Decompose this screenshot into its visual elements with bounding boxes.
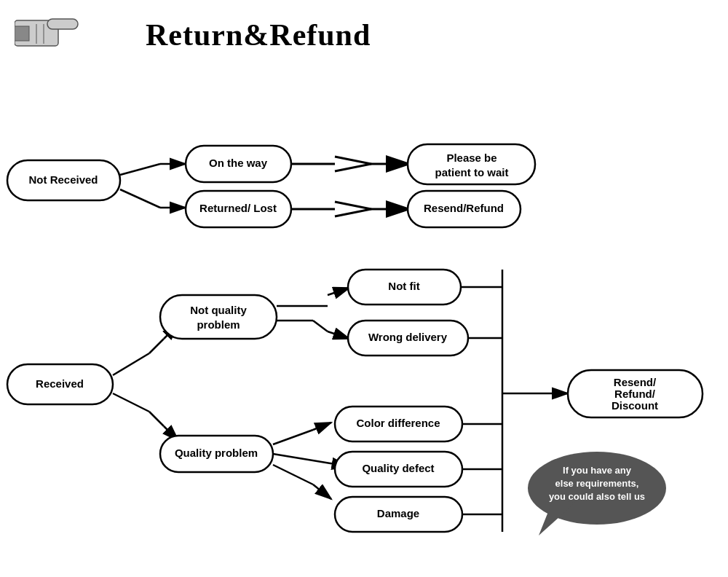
resend-refund-discount-label: Resend/ <box>614 376 657 388</box>
received-label: Received <box>36 377 84 390</box>
not-received-label: Not Received <box>28 173 98 186</box>
svg-line-27 <box>149 339 164 353</box>
svg-line-40 <box>328 331 349 339</box>
not-fit-label: Not fit <box>388 280 419 292</box>
diagram: Not Received On the way Returned/ Lost P… <box>0 80 728 577</box>
svg-text:Discount: Discount <box>612 399 658 412</box>
svg-line-16 <box>335 164 371 171</box>
svg-rect-2 <box>47 19 78 29</box>
please-wait-label: Please be <box>446 152 496 164</box>
header: Return&Refund <box>0 0 728 64</box>
not-quality-problem-label: Not quality <box>190 304 247 316</box>
quality-problem-label: Quality problem <box>175 447 258 459</box>
quality-defect-label: Quality defect <box>362 462 434 474</box>
svg-line-8 <box>120 164 160 175</box>
damage-label: Damage <box>377 507 419 519</box>
svg-text:problem: problem <box>197 318 240 331</box>
svg-rect-1 <box>15 26 29 41</box>
svg-rect-32 <box>160 295 277 339</box>
svg-line-44 <box>313 423 331 430</box>
svg-line-39 <box>313 321 328 331</box>
speech-bubble-line1: If you have any <box>563 465 632 476</box>
color-difference-label: Color difference <box>356 417 440 429</box>
finger-icon <box>15 13 80 57</box>
svg-line-47 <box>313 484 331 499</box>
returned-lost-label: Returned/ Lost <box>199 202 277 214</box>
page-container: Return&Refund Not Received On the way <box>0 0 728 577</box>
svg-text:Refund/: Refund/ <box>614 388 656 400</box>
page-title: Return&Refund <box>146 17 371 52</box>
on-the-way-label: On the way <box>209 157 268 169</box>
svg-text:else requirements,: else requirements, <box>555 478 639 489</box>
svg-line-29 <box>113 393 149 412</box>
svg-line-46 <box>273 465 313 484</box>
svg-line-19 <box>335 202 371 209</box>
svg-line-20 <box>335 209 371 216</box>
wrong-delivery-label: Wrong delivery <box>368 331 448 343</box>
svg-text:patient to wait: patient to wait <box>435 166 509 178</box>
svg-line-37 <box>328 288 349 295</box>
svg-text:you could also tell us: you could also tell us <box>549 491 645 502</box>
svg-line-30 <box>149 412 164 426</box>
resend-refund-top-label: Resend/Refund <box>424 202 504 214</box>
svg-line-43 <box>273 430 313 444</box>
svg-line-10 <box>120 189 160 208</box>
svg-line-26 <box>113 353 149 375</box>
svg-line-15 <box>335 157 371 164</box>
